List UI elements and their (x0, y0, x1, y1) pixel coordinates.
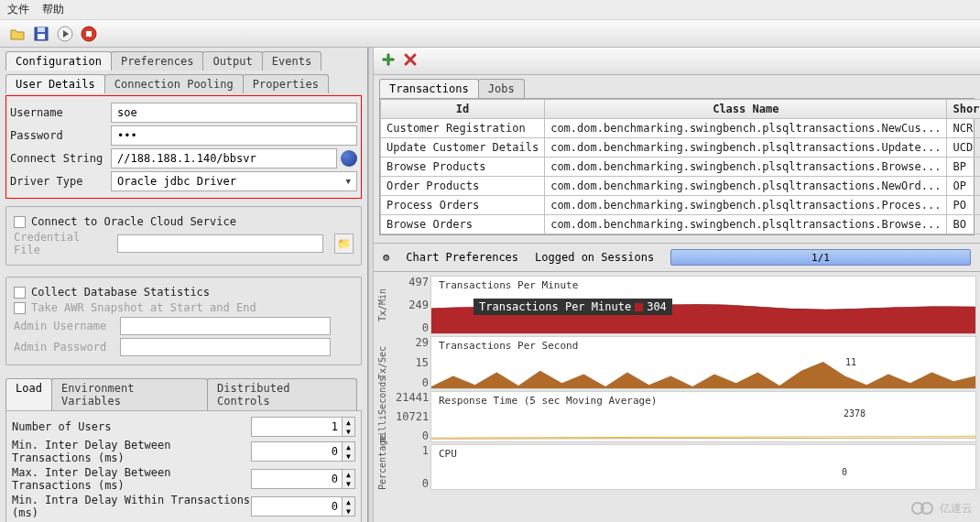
tab-events[interactable]: Events (262, 51, 321, 71)
table-row[interactable]: Process Orderscom.dom.benchmarking.swing… (381, 196, 981, 215)
th-shortname[interactable]: Short Name (947, 100, 980, 119)
left-pane: Configuration Preferences Output Events … (0, 48, 368, 522)
cell-short: BP (947, 158, 980, 177)
stop-icon[interactable] (79, 24, 99, 44)
svg-rect-2 (38, 27, 45, 32)
num-users-label: Number of Users (12, 420, 251, 433)
tps-value-mark: 11 (845, 357, 856, 367)
cpu-value-mark: 0 (842, 467, 847, 477)
cell-id: Order Products (381, 177, 545, 196)
min-intra-spinner[interactable]: ▲▼ (343, 496, 355, 517)
resp-title: Response Time (5 sec Moving Average) (439, 395, 657, 407)
password-field[interactable] (111, 125, 357, 146)
chart-prefs-label[interactable]: Chart Preferences (406, 251, 518, 264)
test-connection-icon[interactable] (341, 150, 357, 167)
driver-type-label: Driver Type (10, 175, 111, 188)
connect-string-field[interactable] (111, 148, 337, 169)
table-row[interactable]: Browse Orderscom.dom.benchmarking.swingb… (381, 215, 981, 234)
cpu-title: CPU (439, 448, 457, 460)
tab-env-vars[interactable]: Environment Variables (51, 378, 208, 410)
resp-chart[interactable]: Response Time (5 sec Moving Average) 237… (430, 391, 976, 442)
cpu-ylabel: Percentage (377, 444, 396, 490)
cell-id: Customer Registration (381, 119, 545, 138)
cell-class: com.dom.benchmarking.swingbench.plsqltra… (545, 119, 947, 138)
menu-bar: 文件 帮助 (0, 0, 980, 20)
connect-cloud-label: Connect to Oracle Cloud Service (31, 215, 236, 228)
resp-ymid: 10721 (396, 410, 429, 423)
tpm-title: Transactions Per Minute (439, 279, 578, 291)
cell-class: com.dom.benchmarking.swingbench.plsqltra… (545, 215, 947, 234)
max-inter-spinner[interactable]: ▲▼ (343, 469, 355, 489)
right-tabs: Transactions Jobs (374, 75, 980, 98)
tpm-ylabel: Tx/Min (377, 276, 396, 334)
cell-id: Browse Products (381, 158, 545, 177)
admin-username-label: Admin Username (14, 320, 114, 332)
admin-password-field[interactable] (120, 338, 331, 356)
connect-cloud-checkbox[interactable] (14, 216, 26, 228)
tab-configuration[interactable]: Configuration (5, 51, 112, 71)
tpm-chart[interactable]: Transactions Per Minute Transactions Per… (430, 276, 976, 334)
table-row[interactable]: Customer Registrationcom.dom.benchmarkin… (381, 119, 981, 138)
cell-class: com.dom.benchmarking.swingbench.plsqltra… (545, 196, 947, 215)
admin-username-field[interactable] (120, 317, 331, 335)
resp-value-mark: 2378 (844, 408, 866, 419)
menu-file[interactable]: 文件 (7, 2, 29, 17)
username-field[interactable] (111, 103, 357, 123)
table-row[interactable]: Update Customer Detailscom.dom.benchmark… (381, 138, 981, 158)
tab-connection-pooling[interactable]: Connection Pooling (104, 74, 244, 93)
play-icon[interactable] (55, 24, 75, 44)
password-label: Password (10, 129, 111, 142)
tab-transactions[interactable]: Transactions (379, 79, 479, 98)
tab-load[interactable]: Load (5, 378, 52, 410)
load-pane: Load Environment Variables Distributed C… (5, 375, 362, 522)
sub-tabs: User Details Connection Pooling Properti… (0, 71, 367, 93)
charts-area: Tx/Min 4972490 Transactions Per Minute T… (374, 272, 980, 522)
svg-rect-1 (38, 34, 45, 39)
min-intra-field[interactable] (251, 496, 343, 517)
credential-file-field[interactable] (117, 234, 322, 253)
num-users-spinner[interactable]: ▲▼ (343, 417, 355, 437)
min-inter-field[interactable] (251, 441, 343, 462)
tps-ymid: 15 (396, 356, 429, 369)
tab-output[interactable]: Output (202, 51, 262, 71)
collect-stats-label: Collect Database Statistics (31, 286, 210, 299)
open-icon[interactable] (7, 24, 27, 44)
username-label: Username (10, 106, 111, 119)
dbstats-panel: Collect Database Statistics Take AWR Sna… (5, 277, 362, 365)
remove-icon[interactable] (403, 52, 418, 70)
cpu-chart[interactable]: CPU 0 (430, 444, 976, 490)
menu-help[interactable]: 帮助 (42, 2, 64, 17)
max-inter-label: Max. Inter Delay Between Transactions (m… (12, 466, 251, 492)
tab-preferences[interactable]: Preferences (111, 51, 203, 71)
cell-short: PO (947, 196, 980, 215)
driver-type-value: Oracle jdbc Driver (117, 175, 236, 188)
tps-chart[interactable]: Transactions Per Second 11 (430, 336, 976, 389)
right-toolbar (374, 48, 980, 75)
cell-class: com.dom.benchmarking.swingbench.plsqltra… (545, 158, 947, 177)
svg-rect-5 (86, 31, 92, 37)
main-toolbar (0, 20, 980, 48)
logged-on-label: Logged on Sessions (535, 251, 654, 264)
gear-icon[interactable]: ⚙ (383, 251, 389, 264)
min-intra-label: Min. Intra Delay Within Transactions (ms… (12, 494, 251, 519)
cell-short: NCR (947, 119, 980, 138)
save-icon[interactable] (31, 24, 51, 44)
browse-file-icon[interactable]: 📁 (334, 234, 354, 254)
tab-properties[interactable]: Properties (243, 74, 329, 93)
num-users-field[interactable] (251, 417, 343, 437)
tab-distributed[interactable]: Distributed Controls (207, 378, 357, 410)
tab-jobs[interactable]: Jobs (478, 79, 525, 98)
th-classname[interactable]: Class Name (545, 100, 947, 119)
add-icon[interactable] (381, 52, 396, 70)
tab-user-details[interactable]: User Details (5, 74, 105, 93)
cell-short: UCD (947, 138, 980, 158)
table-row[interactable]: Browse Productscom.dom.benchmarking.swin… (381, 158, 981, 177)
min-inter-spinner[interactable]: ▲▼ (343, 441, 355, 462)
collect-stats-checkbox[interactable] (14, 287, 26, 299)
tpm-ymax: 497 (396, 276, 429, 288)
table-row[interactable]: Order Productscom.dom.benchmarking.swing… (381, 177, 981, 196)
th-id[interactable]: Id (381, 100, 545, 119)
connect-string-label: Connect String (10, 152, 111, 165)
max-inter-field[interactable] (251, 469, 343, 489)
driver-type-dropdown[interactable]: Oracle jdbc Driver (111, 171, 357, 191)
